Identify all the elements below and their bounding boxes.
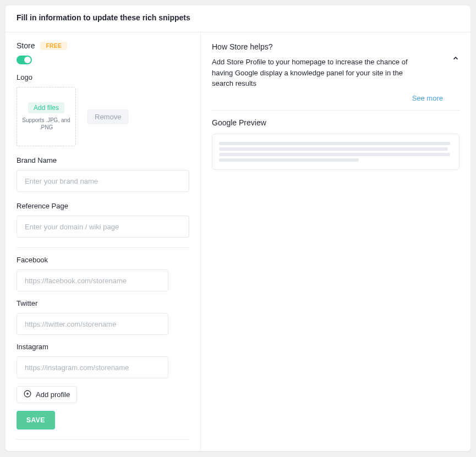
preview-skeleton-line	[219, 147, 448, 151]
right-panel: How Store helps? Add Store Profile to yo…	[201, 32, 470, 451]
add-files-button[interactable]: Add files	[28, 102, 64, 113]
logo-dropzone[interactable]: Add files Supports .JPG, and .PNG	[17, 87, 76, 146]
card-title: Fill in information to update these rich…	[17, 13, 459, 22]
toggle-knob	[24, 57, 31, 63]
preview-skeleton-line	[219, 153, 450, 156]
logo-label: Logo	[17, 73, 189, 81]
preview-skeleton-line	[219, 142, 450, 145]
section-title: Store	[17, 41, 35, 50]
google-preview-card	[212, 134, 459, 170]
twitter-input[interactable]	[17, 313, 168, 335]
save-button[interactable]: SAVE	[17, 411, 55, 430]
brand-name-label: Brand Name	[17, 156, 189, 164]
instagram-input[interactable]	[17, 356, 168, 378]
reference-page-field: Reference Page	[17, 202, 189, 238]
remove-logo-button[interactable]: Remove	[87, 109, 129, 124]
logo-field-group: Logo Add files Supports .JPG, and .PNG R…	[17, 73, 189, 146]
help-section: How Store helps? Add Store Profile to yo…	[212, 42, 459, 111]
footer-divider	[17, 439, 189, 440]
instagram-label: Instagram	[17, 343, 168, 351]
see-more-row: See more	[212, 93, 443, 102]
divider	[17, 247, 189, 248]
socials-group: Facebook Twitter Instagram	[17, 256, 168, 378]
logo-uploader: Add files Supports .JPG, and .PNG Remove	[17, 87, 189, 146]
help-title: How Store helps?	[212, 42, 443, 51]
card-header: Fill in information to update these rich…	[6, 5, 470, 32]
dropzone-hint: Supports .JPG, and .PNG	[21, 117, 71, 131]
reference-page-input[interactable]	[17, 216, 189, 238]
facebook-input[interactable]	[17, 269, 168, 291]
plus-circle-icon	[24, 390, 31, 399]
twitter-field: Twitter	[17, 299, 168, 335]
free-badge: FREE	[40, 42, 67, 50]
card-body: Store FREE Logo Add files Supports .JPG,…	[6, 32, 470, 451]
see-more-link[interactable]: See more	[412, 94, 443, 102]
reference-page-label: Reference Page	[17, 202, 189, 210]
facebook-label: Facebook	[17, 256, 168, 264]
google-preview-title: Google Preview	[212, 118, 459, 127]
left-panel: Store FREE Logo Add files Supports .JPG,…	[6, 32, 201, 451]
chevron-up-icon[interactable]	[452, 54, 459, 64]
snippet-card: Fill in information to update these rich…	[6, 5, 470, 451]
brand-name-input[interactable]	[17, 170, 189, 192]
store-toggle[interactable]	[17, 56, 32, 64]
section-title-row: Store FREE	[17, 41, 189, 50]
preview-skeleton-line	[219, 158, 359, 162]
instagram-field: Instagram	[17, 343, 168, 378]
help-body: Add Store Profile to your homepage to in…	[212, 57, 421, 89]
twitter-label: Twitter	[17, 299, 168, 307]
add-profile-label: Add profile	[36, 390, 70, 399]
add-profile-button[interactable]: Add profile	[17, 386, 77, 403]
facebook-field: Facebook	[17, 256, 168, 291]
brand-name-field: Brand Name	[17, 156, 189, 192]
